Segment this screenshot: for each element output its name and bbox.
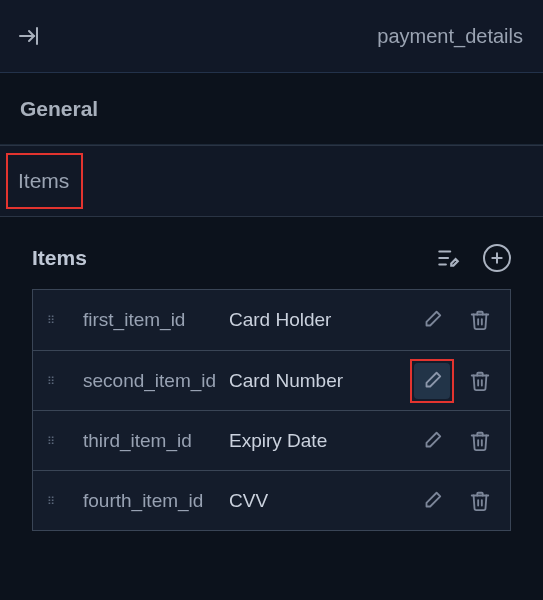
drag-handle-icon[interactable]: ⠿ [43,379,59,383]
row-actions [414,302,498,338]
edit-icon[interactable] [414,363,450,399]
delete-icon[interactable] [462,302,498,338]
row-actions [414,363,498,399]
add-item-icon[interactable] [483,244,511,272]
list-item: ⠿ first_item_id Card Holder [33,290,510,350]
section-items-label-cell: Items [12,165,75,197]
edit-icon[interactable] [414,302,450,338]
row-actions [414,423,498,459]
edit-icon[interactable] [414,423,450,459]
item-label: CVV [229,490,414,512]
collapse-right-icon[interactable] [16,23,42,49]
delete-icon[interactable] [462,483,498,519]
drag-handle-icon[interactable]: ⠿ [43,318,59,322]
section-items-wrapper: Items [0,145,543,217]
items-list: ⠿ first_item_id Card Holder [32,289,511,531]
item-label: Card Number [229,370,414,392]
page-title: payment_details [377,25,523,48]
items-panel-title: Items [32,246,87,270]
item-id: fourth_item_id [59,490,229,512]
item-label: Card Holder [229,309,414,331]
bulk-edit-icon[interactable] [433,243,463,273]
section-items[interactable]: Items [0,145,543,217]
section-general[interactable]: General [0,73,543,145]
item-id: third_item_id [59,430,229,452]
item-id: first_item_id [59,309,229,331]
row-actions [414,483,498,519]
list-item: ⠿ fourth_item_id CVV [33,470,510,530]
edit-icon[interactable] [414,483,450,519]
header-bar: payment_details [0,0,543,72]
list-item: ⠿ third_item_id Expiry Date [33,410,510,470]
section-items-label: Items [18,169,69,192]
delete-icon[interactable] [462,363,498,399]
items-panel-actions [433,243,511,273]
item-label: Expiry Date [229,430,414,452]
list-item: ⠿ second_item_id Card Number [33,350,510,410]
section-general-label: General [20,97,98,121]
drag-handle-icon[interactable]: ⠿ [43,499,59,503]
drag-handle-icon[interactable]: ⠿ [43,439,59,443]
items-panel-header: Items [32,235,511,289]
delete-icon[interactable] [462,423,498,459]
items-panel: Items ⠿ first_item_id Card Ho [0,217,543,555]
item-id: second_item_id [59,370,229,392]
